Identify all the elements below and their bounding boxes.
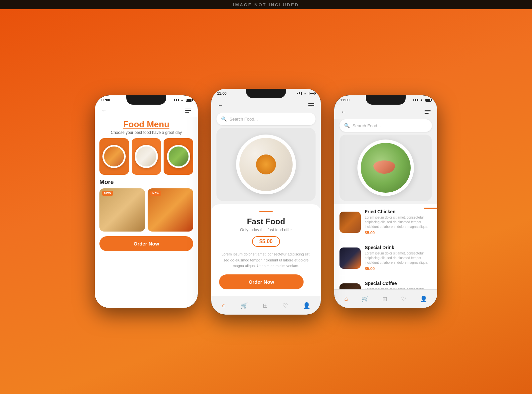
signal-bar-p2-3	[301, 92, 302, 95]
order-now-button-1[interactable]: Order Now	[99, 236, 193, 251]
hamburger-p2[interactable]	[308, 103, 314, 107]
signal-bar-1	[174, 99, 175, 101]
search-icon-p2: 🔍	[221, 116, 227, 122]
back-arrow-p3[interactable]: ←	[341, 109, 346, 115]
bottom-nav-p3: ⌂ 🛒 ⊞ ♡ 👤	[334, 289, 437, 308]
nav-home-p3[interactable]: ⌂	[344, 295, 348, 302]
more-card-1[interactable]: NEW	[99, 188, 145, 232]
phone-3-notch	[366, 95, 406, 105]
food-name: Fast Food	[219, 217, 313, 226]
nav-cart-p2[interactable]: 🛒	[240, 302, 248, 309]
phone-1-nav: ←	[95, 105, 198, 117]
wifi-icon: ▲	[181, 98, 184, 102]
search-bar-p2[interactable]: 🔍 Search Food...	[216, 113, 316, 125]
phone-3-screen: 11:00 ▲ ← 🔍	[334, 95, 437, 308]
more-card-2[interactable]: NEW	[148, 188, 193, 232]
new-badge-2: NEW	[150, 191, 161, 196]
menu-item-img-drink	[339, 247, 361, 269]
signal-bar-p2-2	[299, 92, 300, 94]
menu-item-name-2: Special Drink	[365, 245, 432, 250]
orange-line-p3	[424, 208, 437, 209]
top-bar: IMAGE NOT INCLUDED	[0, 0, 532, 9]
food-description: Only today this fast food offer	[219, 228, 313, 232]
phone-3: 11:00 ▲ ← 🔍	[334, 95, 437, 308]
nav-cart-p3[interactable]: 🛒	[361, 295, 369, 303]
phone-1-time: 11:00	[101, 98, 110, 102]
menu-item-price-1: $5.00	[365, 231, 432, 235]
phone-1-screen: 11:00 ▲ ← Food Menu	[95, 95, 198, 308]
menu-item-price-2: $5.00	[365, 266, 432, 271]
nav-user-p3[interactable]: 👤	[420, 295, 427, 303]
menu-item-info-1: Fried Chicken Lorem ipsum dolor sit amet…	[365, 209, 432, 235]
search-placeholder-p2: Search Food...	[229, 117, 258, 122]
phone-2-header: ←	[211, 98, 321, 113]
phone-1-status-icons: ▲	[174, 98, 192, 102]
nav-home-p2[interactable]: ⌂	[222, 302, 225, 309]
search-icon-p3: 🔍	[344, 123, 350, 128]
phone-3-time: 11:00	[340, 98, 349, 102]
price-badge: $5.00	[252, 236, 280, 247]
signal-bar-p3-1	[413, 99, 414, 101]
menu-item-img-fried	[339, 212, 361, 233]
hero-plate-2	[357, 140, 414, 196]
signal-bar-p3-2	[415, 99, 416, 101]
dumpling-art	[239, 138, 293, 191]
new-badge-1: NEW	[102, 191, 113, 196]
nav-heart-p3[interactable]: ♡	[401, 295, 406, 303]
signal-bar-3	[178, 99, 179, 101]
hero-food-image	[216, 128, 316, 201]
category-card-1[interactable]	[99, 138, 129, 175]
category-card-3[interactable]	[164, 138, 193, 175]
detail-content: Fast Food Only today this fast food offe…	[211, 204, 321, 296]
signal-bar-p2-1	[297, 93, 298, 94]
menu-item-name-3: Special Coffee	[365, 281, 432, 286]
nav-grid-p3[interactable]: ⊞	[382, 295, 387, 303]
battery-icon	[186, 99, 192, 102]
search-bar-p3[interactable]: 🔍 Search Food...	[339, 119, 432, 132]
phone-3-status-icons: ▲	[413, 98, 431, 102]
phone-2-notch	[246, 89, 286, 98]
wifi-icon-p2: ▲	[304, 92, 307, 95]
hamburger-icon[interactable]	[185, 109, 191, 113]
search-placeholder-p3: Search Food...	[352, 123, 381, 128]
menu-item-name-1: Fried Chicken	[365, 209, 432, 214]
top-bar-text: IMAGE NOT INCLUDED	[233, 2, 299, 7]
menu-item-desc-1: Lorem ipsum dolor sit amet, consectetur …	[365, 215, 432, 229]
phone-2-screen: 11:00 ▲ ← 🔍	[211, 89, 321, 315]
hamburger-p3[interactable]	[425, 110, 431, 114]
category-row	[95, 138, 198, 175]
hero-plate	[236, 135, 296, 194]
menu-item-row-1[interactable]: Fried Chicken Lorem ipsum dolor sit amet…	[339, 209, 432, 240]
phone-2: 11:00 ▲ ← 🔍	[211, 89, 321, 315]
nav-grid-p2[interactable]: ⊞	[263, 302, 268, 309]
phone-3-header: ←	[334, 105, 437, 119]
back-arrow-icon[interactable]: ←	[101, 108, 107, 114]
phone-1-content: Food Menu Choose your best food have a g…	[95, 117, 198, 308]
category-card-2[interactable]	[132, 138, 161, 175]
menu-item-row-2[interactable]: Special Drink Lorem ipsum dolor sit amet…	[339, 245, 432, 276]
lorem-text: Lorem ipsum dolor sit amet, consectetur …	[219, 251, 313, 269]
phone-2-status-icons: ▲	[297, 92, 315, 95]
food-menu-subtitle: Choose your best food have a great day	[95, 130, 198, 138]
more-label: More	[95, 179, 198, 188]
phone-2-time: 11:00	[217, 91, 226, 95]
menu-item-info-2: Special Drink Lorem ipsum dolor sit amet…	[365, 245, 432, 271]
phone-1-notch	[126, 95, 166, 105]
hero-food-2	[339, 135, 432, 201]
bottom-nav-p2: ⌂ 🛒 ⊞ ♡ 👤	[211, 296, 321, 315]
more-items-row: NEW NEW	[95, 188, 198, 232]
order-now-button-2[interactable]: Order Now	[219, 274, 304, 289]
menu-item-desc-2: Lorem ipsum dolor sit amet, consectetur …	[365, 251, 432, 265]
orange-line	[259, 211, 273, 212]
phones-container: 11:00 ▲ ← Food Menu	[95, 89, 437, 315]
nav-heart-p2[interactable]: ♡	[283, 302, 288, 309]
nav-user-p2[interactable]: 👤	[303, 302, 310, 309]
battery-icon-p3	[425, 99, 431, 102]
phone-1: 11:00 ▲ ← Food Menu	[95, 95, 198, 308]
wifi-icon-p3: ▲	[420, 98, 423, 102]
battery-icon-p2	[309, 92, 315, 95]
signal-bar-p3-3	[417, 99, 418, 101]
salmon-art	[361, 143, 411, 193]
back-arrow-p2[interactable]: ←	[218, 102, 223, 108]
signal-bar-2	[176, 99, 177, 101]
